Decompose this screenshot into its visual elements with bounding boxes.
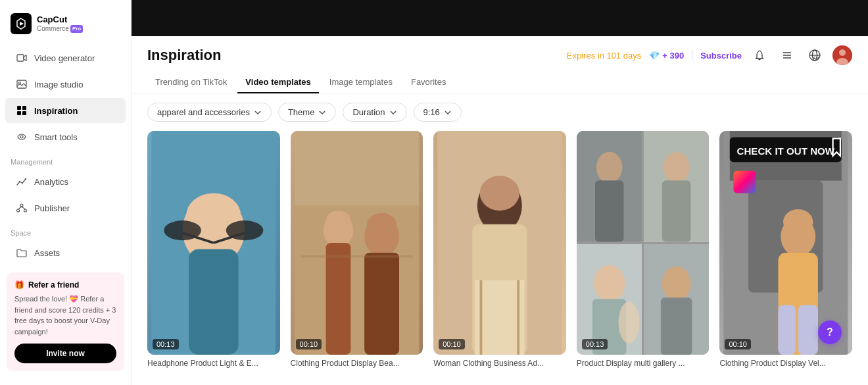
image-icon: [16, 78, 28, 90]
chevron-down-icon: [254, 109, 262, 116]
svg-rect-3: [17, 106, 21, 110]
sidebar-item-inspiration[interactable]: Inspiration: [5, 98, 126, 123]
svg-point-11: [20, 204, 23, 207]
svg-rect-40: [301, 255, 412, 258]
folder-icon: [16, 247, 28, 259]
avatar[interactable]: [832, 45, 852, 65]
sidebar-label-video-generator: Video generator: [34, 53, 95, 63]
svg-rect-33: [295, 205, 419, 355]
video-card[interactable]: 00:10 Woman Clothing Business Ad...: [433, 131, 566, 368]
svg-rect-53: [662, 180, 691, 242]
sidebar-bottom: 🎁 Refer a friend Spread the love! 💝 Refe…: [0, 266, 131, 378]
svg-point-13: [24, 209, 27, 212]
chevron-down-icon: [389, 109, 397, 116]
theme-filter[interactable]: Theme: [278, 103, 336, 122]
grid-cell-graphic: [577, 131, 642, 242]
tab-video-templates[interactable]: Video templates: [237, 72, 318, 93]
bell-icon: [754, 49, 765, 61]
video-title: Headphone Product Light & E...: [147, 359, 280, 368]
svg-point-8: [19, 181, 20, 182]
svg-rect-50: [595, 180, 624, 242]
publish-icon: [16, 202, 28, 214]
svg-point-57: [618, 301, 639, 343]
svg-text:CHECK IT OUT NOW: CHECK IT OUT NOW: [737, 145, 835, 157]
sidebar-item-smart-tools[interactable]: Smart tools: [5, 124, 126, 149]
sidebar-item-analytics[interactable]: Analytics: [5, 169, 126, 194]
video-thumbnail: 00:10: [291, 131, 423, 355]
notification-button[interactable]: [750, 45, 769, 65]
svg-point-7: [20, 136, 23, 138]
page-title: Inspiration: [147, 47, 221, 64]
main-content: Inspiration Expires in 101 days 💎 + 390 …: [132, 0, 868, 385]
filter-bar: apparel and accessories Theme Duration 9…: [132, 93, 868, 131]
inspiration-icon: [16, 105, 28, 116]
sidebar-item-video-generator[interactable]: Video generator: [5, 45, 126, 70]
svg-rect-37: [364, 253, 399, 355]
video-duration: 00:13: [153, 339, 179, 349]
sidebar-item-publisher[interactable]: Publisher: [5, 195, 126, 220]
svg-point-10: [25, 178, 26, 180]
sidebar-item-image-studio[interactable]: Image studio: [5, 72, 126, 97]
svg-rect-6: [22, 111, 26, 115]
logo: CapCut Commerce Pro: [0, 8, 131, 45]
svg-point-49: [596, 152, 623, 184]
subscribe-button[interactable]: Subscribe: [700, 51, 742, 61]
svg-rect-66: [734, 170, 756, 193]
svg-rect-70: [779, 305, 796, 355]
top-banner: [132, 0, 868, 36]
logo-icon: [11, 13, 32, 34]
svg-point-44: [480, 176, 519, 211]
category-filter[interactable]: apparel and accessories: [147, 103, 272, 122]
duration-filter[interactable]: Duration: [343, 103, 406, 122]
tab-trending[interactable]: Trending on TikTok: [147, 72, 235, 93]
video-grid: 00:13 Headphone Product Light & E... 00: [132, 131, 868, 384]
refer-card: 🎁 Refer a friend Spread the love! 💝 Refe…: [7, 272, 124, 371]
credits-display: 💎 + 390: [649, 51, 684, 61]
thumb-graphic: [291, 131, 423, 355]
grid-cell-graphic: [644, 131, 709, 242]
refer-title: 🎁 Refer a friend: [14, 280, 116, 290]
avatar-image: [832, 45, 852, 65]
sidebar-label-inspiration: Inspiration: [34, 106, 78, 116]
video-icon: [16, 52, 28, 64]
refer-description: Spread the love! 💝 Refer a friend and sc…: [14, 294, 116, 337]
tab-favorites[interactable]: Favorites: [403, 72, 454, 93]
sidebar-label-image-studio: Image studio: [34, 80, 83, 90]
tab-image-templates[interactable]: Image templates: [322, 72, 400, 93]
menu-button[interactable]: [777, 45, 797, 65]
video-card[interactable]: CHECK IT OUT NOW: [719, 131, 852, 368]
svg-rect-26: [189, 249, 239, 355]
page-header: Inspiration Expires in 101 days 💎 + 390 …: [132, 36, 868, 65]
help-button[interactable]: ?: [818, 321, 842, 344]
diamond-icon: 💎: [649, 51, 660, 61]
video-duration: 00:13: [582, 339, 608, 349]
sidebar-nav: Video generator Image studio: [0, 45, 131, 266]
video-thumbnail: 00:10: [433, 131, 566, 355]
invite-now-button[interactable]: Invite now: [14, 344, 116, 363]
video-duration: 00:10: [725, 339, 751, 349]
video-card[interactable]: 00:10 Clothing Product Display Bea...: [291, 131, 423, 368]
video-title: Woman Clothing Business Ad...: [433, 359, 566, 368]
svg-point-52: [663, 152, 690, 184]
ratio-filter[interactable]: 9:16: [414, 103, 462, 122]
sidebar-item-assets[interactable]: Assets: [5, 240, 126, 265]
video-duration: 00:10: [296, 339, 322, 349]
svg-point-38: [326, 211, 350, 230]
svg-point-9: [22, 182, 23, 184]
video-duration: 00:10: [439, 339, 465, 349]
sidebar-label-publisher: Publisher: [34, 203, 70, 213]
logo-text: CapCut Commerce Pro: [37, 14, 83, 33]
header-right: Expires in 101 days 💎 + 390 Subscribe: [567, 45, 852, 65]
video-card[interactable]: 00:13 Product Display multi gallery ...: [577, 131, 710, 368]
chevron-down-icon: [318, 109, 326, 116]
sidebar-label-smart-tools: Smart tools: [34, 132, 78, 142]
svg-text:EN: EN: [813, 56, 819, 60]
video-title: Clothing Product Display Vel...: [719, 359, 852, 368]
svg-rect-71: [798, 305, 818, 355]
language-button[interactable]: EN: [805, 45, 825, 65]
pro-badge: Pro: [70, 25, 83, 33]
svg-point-55: [594, 265, 625, 301]
video-title: Product Display multi gallery ...: [577, 359, 710, 368]
svg-rect-35: [326, 243, 350, 355]
video-card[interactable]: 00:13 Headphone Product Light & E...: [147, 131, 280, 368]
